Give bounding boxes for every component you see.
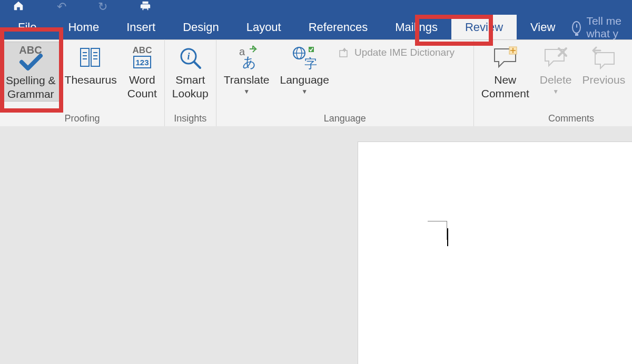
tab-home[interactable]: Home	[54, 15, 113, 39]
dropdown-caret-icon: ▼	[552, 88, 559, 95]
word-count-button[interactable]: ABC 123 WordCount	[122, 42, 162, 100]
tell-me-search[interactable]: Tell me what y	[572, 15, 632, 39]
delete-comment-button[interactable]: Delete ▼	[535, 42, 577, 95]
group-comments: NewComment Delete ▼	[474, 39, 632, 126]
tab-references[interactable]: References	[295, 15, 382, 39]
smart-lookup-button[interactable]: i SmartLookup	[167, 42, 214, 100]
text-cursor	[428, 221, 447, 221]
delete-comment-label: Delete	[540, 73, 572, 87]
tab-view[interactable]: View	[517, 15, 569, 39]
svg-rect-1	[81, 48, 89, 66]
svg-text:字: 字	[304, 56, 317, 70]
word-count-label: WordCount	[127, 73, 157, 100]
update-ime-dictionary-button[interactable]: Update IME Dictionary	[334, 45, 459, 60]
title-bar: ↶ ↻	[0, 0, 632, 15]
group-comments-label: Comments	[476, 112, 632, 126]
undo-icon[interactable]: ↶	[57, 0, 66, 14]
spelling-check-icon: ABC	[15, 43, 46, 74]
group-proofing-label: Proofing	[2, 112, 162, 126]
new-comment-icon	[491, 43, 519, 73]
svg-line-13	[194, 62, 200, 68]
svg-rect-21	[309, 47, 314, 52]
group-insights: i SmartLookup Insights	[165, 39, 216, 126]
new-comment-button[interactable]: NewComment	[476, 42, 535, 100]
group-language-label: Language	[219, 112, 471, 126]
previous-comment-icon	[590, 43, 617, 73]
update-ime-label: Update IME Dictionary	[354, 47, 455, 58]
tab-layout[interactable]: Layout	[233, 15, 295, 39]
ribbon-tabs: File Home Insert Design Layout Reference…	[0, 15, 632, 39]
group-proofing: ABC Spelling &Grammar	[0, 39, 165, 126]
spelling-grammar-button[interactable]: ABC Spelling &Grammar	[2, 42, 60, 102]
translate-button[interactable]: a あ Translate ▼	[219, 42, 275, 95]
language-button[interactable]: 字 Language ▼	[275, 42, 334, 95]
dropdown-caret-icon: ▼	[243, 88, 250, 95]
quick-access-toolbar: ↶ ↻	[0, 0, 152, 14]
thesaurus-button[interactable]: Thesaurus	[60, 42, 122, 87]
group-language: a あ Translate ▼	[216, 39, 474, 126]
tab-file[interactable]: File	[0, 15, 54, 39]
language-label: Language	[280, 73, 329, 87]
svg-text:ABC: ABC	[132, 45, 152, 55]
tab-insert[interactable]: Insert	[113, 15, 169, 39]
smart-lookup-label: SmartLookup	[172, 73, 209, 100]
lightbulb-icon	[572, 21, 581, 34]
home-icon[interactable]	[12, 0, 25, 14]
previous-comment-label: Previous	[582, 73, 625, 87]
update-ime-icon	[339, 47, 350, 58]
tab-review[interactable]: Review	[451, 15, 517, 39]
svg-text:ABC: ABC	[19, 44, 42, 56]
smart-lookup-icon: i	[177, 43, 203, 73]
tab-design[interactable]: Design	[169, 15, 232, 39]
quick-print-icon[interactable]	[139, 0, 152, 14]
tab-mailings[interactable]: Mailings	[381, 15, 451, 39]
thesaurus-icon	[77, 43, 104, 73]
redo-icon[interactable]: ↻	[98, 0, 107, 14]
language-icon: 字	[290, 43, 319, 73]
ribbon: ABC Spelling &Grammar	[0, 39, 632, 127]
spelling-grammar-label: Spelling &Grammar	[6, 74, 56, 101]
group-insights-label: Insights	[167, 112, 214, 126]
svg-text:123: 123	[135, 58, 149, 67]
translate-label: Translate	[224, 73, 270, 87]
new-comment-label: NewComment	[481, 73, 529, 100]
svg-text:あ: あ	[242, 54, 256, 70]
svg-rect-2	[91, 48, 100, 66]
thesaurus-label: Thesaurus	[65, 73, 117, 87]
delete-comment-icon	[543, 43, 568, 73]
previous-comment-button[interactable]: Previous	[577, 42, 630, 87]
tell-me-placeholder: Tell me what y	[586, 15, 632, 40]
document-page[interactable]	[358, 142, 632, 364]
translate-icon: a あ	[232, 43, 261, 73]
svg-rect-22	[340, 50, 347, 57]
svg-text:i: i	[187, 51, 190, 62]
word-count-icon: ABC 123	[129, 43, 156, 73]
document-workspace	[0, 126, 632, 364]
dropdown-caret-icon: ▼	[301, 88, 308, 95]
